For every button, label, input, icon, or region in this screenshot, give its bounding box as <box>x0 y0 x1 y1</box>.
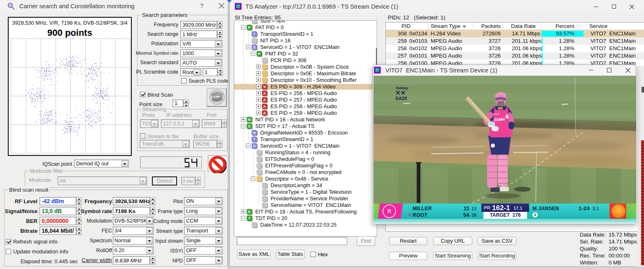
svg-text:SA20: SA20 <box>395 96 407 101</box>
svg-text:Stake: Stake <box>494 117 506 122</box>
svg-text:✕✕: ✕✕ <box>395 89 406 96</box>
